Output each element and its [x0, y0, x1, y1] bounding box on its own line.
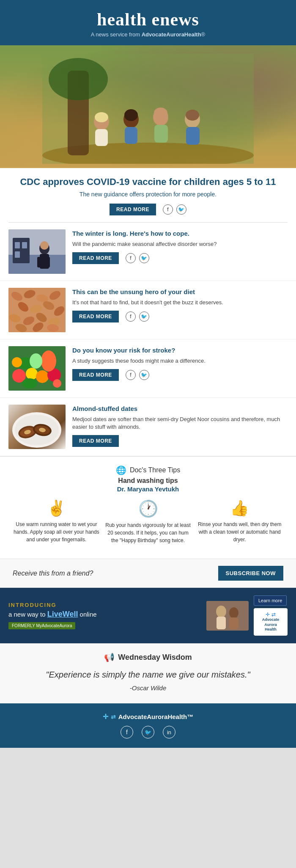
thumb-winter-img — [8, 229, 66, 274]
livewell-people-svg — [206, 601, 249, 631]
article-item-1: The winter is long. Here's how to cope. … — [0, 223, 296, 281]
hero-svg — [42, 54, 254, 164]
facebook-icon[interactable]: f — [163, 204, 173, 215]
veggies-svg — [8, 346, 66, 391]
subscribe-button[interactable]: SUBSCRIBE NOW — [218, 566, 283, 581]
svg-point-9 — [124, 109, 138, 121]
svg-rect-64 — [217, 617, 226, 629]
header-brand: AdvocateAuroraHealth — [142, 31, 201, 38]
livewell-right: Learn more ✛ ⇄ AdvocateAuroraHealth — [206, 595, 288, 636]
livewell-tagline-text: a new way to — [8, 611, 46, 618]
article-2-read-more-button[interactable]: READ MORE — [72, 311, 119, 322]
docs-tips-header: 🌐 Doc's Three Tips — [13, 465, 283, 475]
featured-read-more-button[interactable]: READ MORE — [110, 204, 156, 215]
wisdom-author: -Oscar Wilde — [17, 684, 279, 692]
tip-text-1: Use warm running water to wet your hands… — [13, 521, 100, 543]
subscribe-text: Receive this from a friend? — [13, 570, 93, 577]
article-3-facebook-icon[interactable]: f — [126, 370, 136, 380]
article-content-1: The winter is long. Here's how to cope. … — [72, 229, 288, 264]
svg-rect-11 — [154, 125, 168, 143]
svg-point-52 — [53, 379, 61, 388]
article-item-4: Almond-stuffed dates Medjool dates are s… — [0, 398, 296, 456]
svg-point-50 — [30, 353, 42, 369]
svg-point-51 — [12, 357, 22, 367]
article-title-2: This can be the unsung hero of your diet — [72, 288, 288, 296]
main-content: CDC approves COVID-19 vaccine for childr… — [0, 168, 296, 748]
svg-point-49 — [41, 350, 56, 372]
featured-btn-row: READ MORE f 🐦 — [13, 204, 283, 215]
header: health enews A news service from Advocat… — [0, 0, 296, 45]
article-2-facebook-icon[interactable]: f — [126, 311, 136, 322]
tip-text-3: Rinse your hands well, then dry them wit… — [196, 521, 283, 543]
article-1-facebook-icon[interactable]: f — [126, 253, 136, 263]
livewell-actions: Learn more ✛ ⇄ AdvocateAuroraHealth — [254, 595, 288, 636]
article-title-3: Do you know your risk for stroke? — [72, 346, 288, 355]
twitter-icon[interactable]: 🐦 — [176, 204, 186, 215]
advocate-cross-icon: ✛ ⇄ — [258, 612, 283, 617]
winter-svg — [8, 229, 66, 274]
article-3-social-icons: f 🐦 — [126, 370, 149, 380]
docs-tips-title: Doc's Three Tips — [130, 466, 180, 474]
learn-more-button[interactable]: Learn more — [254, 595, 287, 606]
introducing-label: INTRODUCING — [8, 602, 206, 608]
svg-rect-62 — [206, 601, 249, 631]
article-2-btn-row: READ MORE f 🐦 — [72, 311, 288, 322]
article-1-twitter-icon[interactable]: 🐦 — [139, 253, 149, 263]
docs-tips-subtitle: Hand washing tips — [13, 477, 283, 485]
footer-social-icons: f 🐦 in — [8, 726, 288, 738]
article-thumb-veggies — [8, 346, 66, 391]
docs-tips-doctor-name: Dr. Maryana Yevtukh — [13, 485, 283, 493]
clock-icon: 🕐 — [104, 499, 192, 518]
featured-social-icons: f 🐦 — [163, 204, 186, 215]
article-4-read-more-button[interactable]: READ MORE — [72, 435, 119, 447]
thumb-dates-img — [8, 405, 66, 449]
header-title: health enews — [8, 9, 288, 30]
svg-point-15 — [186, 110, 199, 121]
svg-rect-8 — [125, 127, 137, 144]
footer-linkedin-icon[interactable]: in — [163, 726, 175, 738]
footer-twitter-icon[interactable]: 🐦 — [142, 726, 154, 738]
footer-logo-text: AdvocateAuroraHealth™ — [118, 713, 194, 720]
article-list: The winter is long. Here's how to cope. … — [0, 223, 296, 456]
footer-facebook-icon[interactable]: f — [121, 726, 133, 738]
article-1-social-icons: f 🐦 — [126, 253, 149, 263]
email-container: health enews A news service from Advocat… — [0, 0, 296, 748]
article-2-twitter-icon[interactable]: 🐦 — [139, 311, 149, 322]
featured-article-subtitle: The new guidance offers protection for m… — [13, 191, 283, 198]
svg-rect-19 — [15, 242, 20, 248]
wisdom-section: 📢 Wednesday Wisdom "Experience is simply… — [0, 643, 296, 703]
svg-point-3 — [49, 58, 108, 100]
docs-tips-section: 🌐 Doc's Three Tips Hand washing tips Dr.… — [0, 456, 296, 559]
svg-point-65 — [229, 607, 238, 618]
wisdom-title: Wednesday Wisdom — [118, 653, 192, 662]
article-3-read-more-button[interactable]: READ MORE — [72, 369, 119, 381]
svg-rect-18 — [13, 238, 30, 263]
svg-rect-20 — [22, 242, 27, 248]
article-1-read-more-button[interactable]: READ MORE — [72, 252, 119, 264]
article-title-4: Almond-stuffed dates — [72, 405, 288, 413]
dates-svg — [8, 405, 66, 449]
tips-grid: ✌️ Use warm running water to wet your ha… — [13, 499, 283, 544]
tip-item-1: ✌️ Use warm running water to wet your ha… — [13, 499, 100, 544]
wisdom-quote: "Experience is simply the name we give o… — [17, 668, 279, 681]
article-4-btn-row: READ MORE — [72, 435, 288, 447]
livewell-banner: INTRODUCING a new way to LiveWell online… — [0, 588, 296, 643]
wisdom-header: 📢 Wednesday Wisdom — [17, 652, 279, 662]
livewell-left: INTRODUCING a new way to LiveWell online… — [8, 602, 206, 629]
tip-text-2: Rub your hands vigorously for at least 2… — [104, 521, 192, 544]
article-content-4: Almond-stuffed dates Medjool dates are s… — [72, 405, 288, 447]
subscribe-banner: Receive this from a friend? SUBSCRIBE NO… — [0, 559, 296, 588]
livewell-tagline: a new way to LiveWell online — [8, 610, 206, 619]
article-3-twitter-icon[interactable]: 🐦 — [139, 370, 149, 380]
article-desc-3: A study suggests these foods might make … — [72, 357, 288, 365]
featured-article-title: CDC approves COVID-19 vaccine for childr… — [13, 176, 283, 187]
hero-image — [0, 45, 296, 168]
megaphone-icon: 📢 — [104, 652, 115, 662]
thumb-veggies-img — [8, 346, 66, 391]
hero-image-placeholder — [0, 45, 296, 168]
livewell-brand-text: LiveWell — [47, 610, 78, 618]
svg-point-6 — [95, 112, 108, 122]
header-subtitle: A news service from AdvocateAuroraHealth… — [8, 31, 288, 38]
peace-sign-icon: ✌️ — [13, 499, 100, 517]
article-3-btn-row: READ MORE f 🐦 — [72, 369, 288, 381]
